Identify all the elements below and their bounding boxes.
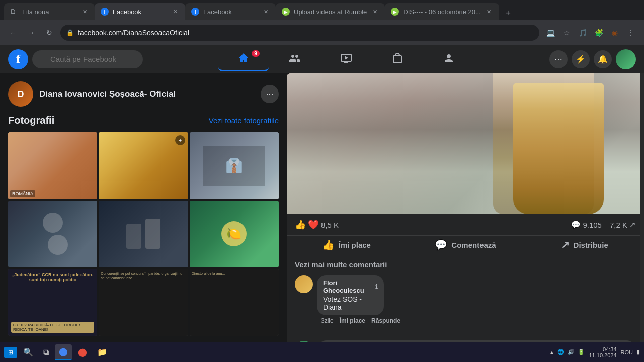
extensions-button[interactable]: 🧩 (592, 26, 606, 40)
clock: 04:34 (589, 346, 616, 352)
tab-close-5[interactable]: ✕ (485, 8, 493, 16)
photo-image-3: 👔 (190, 132, 279, 199)
sound-icon[interactable]: 🔊 (568, 349, 575, 355)
browser-chrome: 🗋 Filă nouă ✕ f Facebook ✕ f Facebook ✕ … (0, 0, 644, 45)
address-bar[interactable]: 🔒 facebook.com/DianaSosoacaOficial (60, 25, 539, 41)
new-tab-button[interactable]: + (501, 6, 515, 20)
battery-icon[interactable]: 🔋 (578, 349, 585, 355)
tab-fila-noua[interactable]: 🗋 Filă nouă ✕ (4, 3, 95, 20)
shares-count[interactable]: 7,2 K ↗ (610, 220, 636, 229)
tab-label-2: Facebook (113, 8, 167, 16)
apps-button[interactable]: ⋯ (549, 50, 568, 68)
see-all-photos-link[interactable]: Vezi toate fotografiile (209, 116, 279, 125)
friends-icon (289, 52, 301, 64)
photo-item-2[interactable]: ✦ (99, 132, 188, 199)
comment-avatar-image (295, 275, 313, 293)
photos-section-title: Fotografii (8, 115, 54, 126)
tab-close-3[interactable]: ✕ (262, 8, 270, 16)
date: 11.10.2024 (589, 352, 616, 358)
user-avatar[interactable] (616, 49, 636, 69)
photo-image-7: „Judecătorii" CCR nu sunt judecători, su… (8, 269, 97, 336)
post-stats: 👍 ❤️ 8,5 K 💬 9.105 7,2 K ↗ (287, 214, 644, 236)
see-more-comments[interactable]: Vezi mai multe comentarii (295, 260, 636, 269)
tab-label-3: Facebook (203, 8, 258, 16)
photo-item-3[interactable]: 👔 (190, 132, 279, 199)
post-image-content (287, 73, 644, 214)
tab-close-2[interactable]: ✕ (171, 8, 179, 16)
taskbar-files[interactable]: 📁 (93, 344, 111, 360)
notifications-button[interactable]: 🔔 (594, 50, 612, 68)
photo-item-9[interactable]: Directorul de la anu... (190, 269, 279, 336)
taskbar-search[interactable]: 🔍 (19, 344, 37, 360)
post-card: 👍 ❤️ 8,5 K 💬 9.105 7,2 K ↗ (287, 73, 644, 362)
taskbar-taskview[interactable]: ⧉ (39, 344, 53, 360)
tab-label-5: DIS---- - 06 octombrie 20... (403, 8, 481, 16)
nav-watch[interactable] (321, 47, 371, 71)
reload-button[interactable]: ↻ (42, 26, 56, 40)
nav-friends[interactable] (270, 47, 320, 71)
install-button[interactable]: 💻 (543, 26, 557, 40)
files-icon: 📁 (97, 347, 107, 357)
photo-item-5[interactable] (99, 201, 188, 267)
photo-item-4[interactable] (8, 201, 97, 267)
menu-button[interactable]: ⋮ (624, 26, 638, 40)
tab-favicon-3: f (191, 8, 199, 16)
tab-rumble[interactable]: ▶ Upload videos at Rumble ✕ (276, 3, 385, 20)
tab-bar: 🗋 Filă nouă ✕ f Facebook ✕ f Facebook ✕ … (0, 0, 644, 20)
tab-facebook-2[interactable]: f Facebook ✕ (185, 3, 276, 20)
tab-facebook-active[interactable]: f Facebook ✕ (95, 3, 185, 20)
messenger-button[interactable]: ⚡ (572, 50, 590, 68)
comment-author-name: Flori Gheoculescu (323, 279, 373, 294)
bookmark-button[interactable]: ☆ (559, 26, 574, 40)
comment-like-button[interactable]: Îmi place (340, 317, 365, 324)
comment-avatar[interactable] (295, 275, 313, 293)
search-input[interactable] (32, 50, 143, 68)
nav-marketplace[interactable] (372, 47, 423, 71)
nav-home[interactable]: 9 (218, 47, 269, 71)
page-avatar[interactable]: D (8, 81, 33, 107)
comment-count[interactable]: 💬 9.105 (571, 220, 602, 229)
taskbar-right: ▲ 🌐 🔊 🔋 04:34 11.10.2024 ROU ▮ (549, 346, 640, 358)
tab-dis[interactable]: ▶ DIS---- - 06 octombrie 20... ✕ (385, 3, 499, 20)
taskbar-chrome[interactable]: ⬤ (55, 344, 72, 360)
nav-groups[interactable] (424, 47, 474, 71)
facebook-app: f 🔍 9 (0, 45, 644, 362)
profile-button[interactable]: ◉ (608, 26, 622, 40)
taskbar-lang: ROU (621, 349, 633, 355)
address-bar-row: ← → ↻ 🔒 facebook.com/DianaSosoacaOficial… (0, 20, 644, 45)
tab-close-4[interactable]: ✕ (371, 8, 379, 16)
tray-arrow-icon[interactable]: ▲ (549, 349, 555, 355)
media-button[interactable]: 🎵 (576, 26, 590, 40)
tab-label-4: Upload videos at Rumble (294, 8, 367, 16)
browser-actions: 💻 ☆ 🎵 🧩 ◉ ⋮ (543, 26, 638, 40)
like-button[interactable]: 👍 Îmi place (287, 236, 406, 254)
comment-bubble-icon: 💬 (571, 220, 581, 229)
photos-section-header: Fotografii Vezi toate fotografiile (8, 115, 279, 126)
recorder-icon: ⬤ (78, 347, 87, 357)
photo-item-8[interactable]: Concurenții, se pot concura în partide, … (99, 269, 188, 336)
scroll-bar[interactable] (640, 45, 644, 362)
tab-label-1: Filă nouă (22, 8, 76, 16)
share-action-icon: ↗ (561, 239, 570, 251)
forward-button[interactable]: → (24, 26, 38, 40)
network-icon[interactable]: 🌐 (557, 349, 565, 355)
taskbar-recorder[interactable]: ⬤ (74, 344, 91, 360)
photo-item-7[interactable]: „Judecătorii" CCR nu sunt judecători, su… (8, 269, 97, 336)
like-emoji: 👍 (295, 219, 306, 230)
start-button[interactable]: ⊞ (4, 347, 17, 358)
comment-reply-button[interactable]: Răspunde (371, 317, 400, 324)
photo-item-1[interactable]: ROMĂNIA (8, 132, 97, 199)
watch-icon (340, 52, 352, 64)
share-button[interactable]: ↗ Distribuie (525, 236, 644, 254)
page-options-button[interactable]: ··· (261, 85, 279, 103)
fb-logo[interactable]: f (8, 49, 28, 69)
comments-section: Vezi mai multe comentarii Flori Gheocule… (287, 254, 644, 336)
comment-button[interactable]: 💬 Comentează (406, 236, 525, 254)
page-name: Diana Iovanovici Șoșoacă- Oficial (39, 89, 255, 99)
photo-item-6[interactable]: 🍋 (190, 201, 279, 267)
tab-close-1[interactable]: ✕ (80, 8, 89, 16)
show-desktop-button[interactable]: ▮ (637, 349, 640, 355)
comment-time: 3zile (321, 317, 334, 324)
back-button[interactable]: ← (6, 26, 20, 40)
fb-nav: 9 (147, 47, 545, 71)
